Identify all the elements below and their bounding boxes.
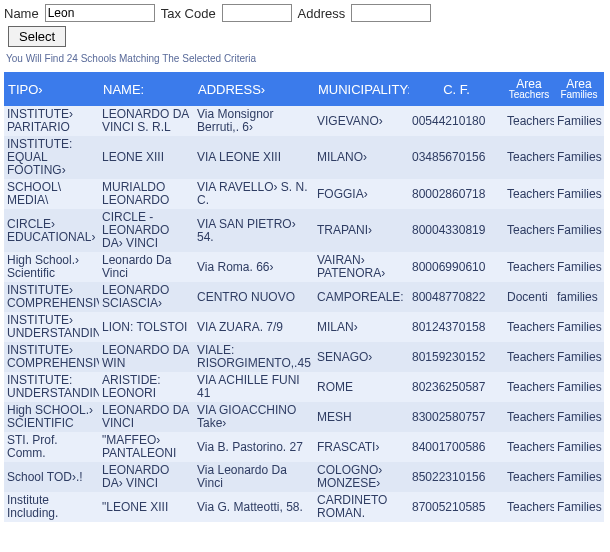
cell-tipo: CIRCLE› EDUCATIONAL› <box>4 209 99 252</box>
link-families[interactable]: Families <box>554 402 604 432</box>
cell-address: Via Monsignor Berruti,. 6› <box>194 106 314 136</box>
link-teachers[interactable]: Teachers <box>504 106 554 136</box>
header-area-sub-1: Teachers <box>506 90 552 100</box>
cell-municipality: FOGGIA› <box>314 179 409 209</box>
cell-tipo: INSTITUTE› PARITARIO <box>4 106 99 136</box>
cell-name: "LEONE XIII <box>99 492 194 522</box>
table-row: STI. Prof. Comm."MAFFEO› PANTALEONIVia B… <box>4 432 604 462</box>
table-row: School TOD›.!LEONARDO DA› VINCIVia Leona… <box>4 462 604 492</box>
link-families[interactable]: Families <box>554 462 604 492</box>
cell-municipality: MILANO› <box>314 136 409 179</box>
cell-name: Leonardo Da Vinci <box>99 252 194 282</box>
link-families[interactable]: Families <box>554 106 604 136</box>
cell-name: LEONARDO SCIASCIA› <box>99 282 194 312</box>
cell-name: LEONARDO DA VINCI S. R.L <box>99 106 194 136</box>
link-teachers[interactable]: Teachers <box>504 372 554 402</box>
link-teachers[interactable]: Teachers <box>504 432 554 462</box>
header-name[interactable]: NAME: <box>99 72 194 106</box>
link-teachers[interactable]: Teachers <box>504 402 554 432</box>
cell-name: LEONARDO DA› VINCI <box>99 462 194 492</box>
cell-municipality: VAIRAN› PATENORA› <box>314 252 409 282</box>
cell-municipality: MILAN› <box>314 312 409 342</box>
link-families[interactable]: Families <box>554 492 604 522</box>
link-teachers[interactable]: Teachers <box>504 342 554 372</box>
tax-label: Tax Code <box>161 6 216 21</box>
cell-address: VIA SAN PIETRO› 54. <box>194 209 314 252</box>
link-families[interactable]: Families <box>554 432 604 462</box>
link-teachers[interactable]: Docenti <box>504 282 554 312</box>
cell-municipality: CAMPOREALE: <box>314 282 409 312</box>
table-row: INSTITUTE› COMPREHENSIVELEONARDO SCIASCI… <box>4 282 604 312</box>
header-area-sub-2: Families <box>556 90 602 100</box>
header-municipality[interactable]: MUNICIPALITY: <box>314 72 409 106</box>
cell-cf: 00544210180 <box>409 106 504 136</box>
cell-address: VIA ZUARA. 7/9 <box>194 312 314 342</box>
table-header-row: TIPO› NAME: ADDRESS› MUNICIPALITY: C. F.… <box>4 72 604 106</box>
cell-cf: 80236250587 <box>409 372 504 402</box>
table-row: Institute Including."LEONE XIIIVia G. Ma… <box>4 492 604 522</box>
table-row: INSTITUTE› PARITARIOLEONARDO DA VINCI S.… <box>4 106 604 136</box>
cell-address: Via Leonardo Da Vinci <box>194 462 314 492</box>
tax-code-input[interactable] <box>222 4 292 22</box>
cell-tipo: STI. Prof. Comm. <box>4 432 99 462</box>
cell-name: MURIALDO LEONARDO <box>99 179 194 209</box>
cell-cf: 87005210585 <box>409 492 504 522</box>
link-teachers[interactable]: Teachers <box>504 209 554 252</box>
cell-address: Via G. Matteotti, 58. <box>194 492 314 522</box>
link-families[interactable]: Families <box>554 342 604 372</box>
header-cf[interactable]: C. F. <box>409 72 504 106</box>
link-families[interactable]: Families <box>554 209 604 252</box>
table-row: High SCHOOL.› SCIENTIFICLEONARDO DA VINC… <box>4 402 604 432</box>
cell-tipo: Institute Including. <box>4 492 99 522</box>
select-button[interactable]: Select <box>8 26 66 47</box>
cell-address: CENTRO NUOVO <box>194 282 314 312</box>
cell-cf: 80002860718 <box>409 179 504 209</box>
cell-cf: 84001700586 <box>409 432 504 462</box>
cell-cf: 80006990610 <box>409 252 504 282</box>
cell-cf: 80124370158 <box>409 312 504 342</box>
cell-municipality: MESH <box>314 402 409 432</box>
table-row: INSTITUTE› UNDERSTANDINGLION: TOLSTOIVIA… <box>4 312 604 342</box>
cell-cf: 85022310156 <box>409 462 504 492</box>
cell-tipo: School TOD›.! <box>4 462 99 492</box>
header-address[interactable]: ADDRESS› <box>194 72 314 106</box>
cell-cf: 80159230152 <box>409 342 504 372</box>
link-families[interactable]: Families <box>554 252 604 282</box>
cell-municipality: CARDINETO ROMAN. <box>314 492 409 522</box>
cell-municipality: FRASCATI› <box>314 432 409 462</box>
table-row: SCHOOL\ MEDIA\MURIALDO LEONARDOVIA RAVEL… <box>4 179 604 209</box>
link-families[interactable]: families <box>554 282 604 312</box>
result-count-note: You Will Find 24 Schools Matching The Se… <box>0 47 610 72</box>
link-teachers[interactable]: Teachers <box>504 179 554 209</box>
address-input[interactable] <box>351 4 431 22</box>
cell-municipality: VIGEVANO› <box>314 106 409 136</box>
link-teachers[interactable]: Teachers <box>504 252 554 282</box>
table-row: INSTITUTE: UNDERSTANDINGARISTIDE: LEONOR… <box>4 372 604 402</box>
name-input[interactable] <box>45 4 155 22</box>
table-row: High School.› ScientificLeonardo Da Vinc… <box>4 252 604 282</box>
cell-cf: 03485670156 <box>409 136 504 179</box>
table-row: CIRCLE› EDUCATIONAL›CIRCLE - LEONARDO DA… <box>4 209 604 252</box>
link-families[interactable]: Families <box>554 179 604 209</box>
cell-name: LION: TOLSTOI <box>99 312 194 342</box>
cell-name: LEONARDO DA WIN <box>99 342 194 372</box>
cell-tipo: INSTITUTE› COMPREHENSIVE <box>4 282 99 312</box>
results-table: TIPO› NAME: ADDRESS› MUNICIPALITY: C. F.… <box>4 72 604 522</box>
header-area-teachers[interactable]: Area Teachers <box>504 72 554 106</box>
cell-tipo: INSTITUTE: EQUAL FOOTING› <box>4 136 99 179</box>
cell-cf: 80048770822 <box>409 282 504 312</box>
link-teachers[interactable]: Teachers <box>504 312 554 342</box>
link-teachers[interactable]: Teachers <box>504 136 554 179</box>
cell-tipo: High School.› Scientific <box>4 252 99 282</box>
link-teachers[interactable]: Teachers <box>504 492 554 522</box>
cell-name: LEONARDO DA VINCI <box>99 402 194 432</box>
cell-municipality: TRAPANI› <box>314 209 409 252</box>
link-families[interactable]: Families <box>554 136 604 179</box>
cell-name: CIRCLE - LEONARDO DA› VINCI <box>99 209 194 252</box>
link-teachers[interactable]: Teachers <box>504 462 554 492</box>
link-families[interactable]: Families <box>554 312 604 342</box>
header-tipo[interactable]: TIPO› <box>4 72 99 106</box>
link-families[interactable]: Families <box>554 372 604 402</box>
cell-name: LEONE XIII <box>99 136 194 179</box>
header-area-families[interactable]: Area Families <box>554 72 604 106</box>
